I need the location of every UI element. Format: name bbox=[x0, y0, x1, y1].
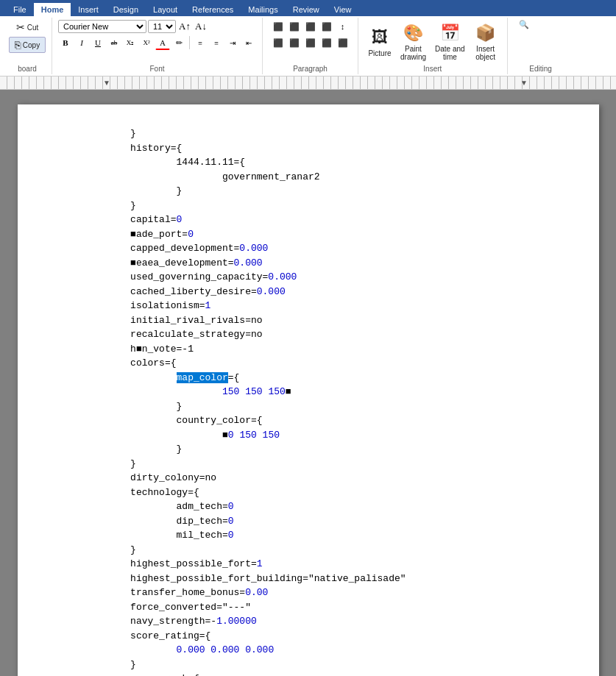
insert-label: Insert bbox=[423, 63, 442, 73]
italic-button[interactable]: I bbox=[74, 35, 89, 50]
paragraph-group: ⬛ ⬛ ⬛ ⬛ ↕ ⬛ ⬛ ⬛ ⬛ ⬛ Paragraph bbox=[263, 18, 358, 74]
code-line: highest_possible_fort=1 bbox=[62, 557, 555, 572]
code-line: 0.000 0.000 0.000 bbox=[62, 643, 555, 658]
code-line: colors={ bbox=[62, 356, 555, 371]
align-center-button[interactable]: ⬛ bbox=[287, 19, 302, 34]
code-line: used_governing_capacity=0.000 bbox=[62, 270, 555, 285]
grow-font-button[interactable]: A↑ bbox=[177, 19, 192, 34]
tab-mailings[interactable]: Mailings bbox=[241, 3, 285, 16]
code-line: score_rank={ bbox=[62, 672, 555, 676]
code-line: capital=0 bbox=[62, 213, 555, 227]
code-line: } bbox=[62, 457, 555, 472]
code-line: navy_strength=-1.00000 bbox=[62, 614, 555, 629]
ribbon-body: ✂ Cut ⎘ Copy board Courier New bbox=[0, 16, 616, 77]
font-group: Courier New 11 A↑ A↓ B I U ab X₂ X² A bbox=[52, 18, 263, 74]
align-right-button[interactable]: ⬛ bbox=[303, 19, 318, 34]
select-all-icon: ⬚ bbox=[519, 46, 527, 56]
code-line: } bbox=[62, 184, 555, 199]
copy-button[interactable]: ⎘ Copy bbox=[9, 37, 46, 53]
code-line: score_rating={ bbox=[62, 629, 555, 644]
ribbon-tab-bar: File Home Insert Design Layout Reference… bbox=[0, 0, 616, 16]
document-area: } history={ 1444.11.11={ government_rana… bbox=[0, 90, 616, 676]
code-line: dirty_colony=no bbox=[62, 471, 555, 485]
document-page[interactable]: } history={ 1444.11.11={ government_rana… bbox=[18, 104, 599, 676]
code-line: } bbox=[62, 127, 555, 141]
shrink-font-button[interactable]: A↓ bbox=[194, 19, 208, 34]
subscript-button[interactable]: X₂ bbox=[123, 35, 138, 50]
tab-view[interactable]: View bbox=[327, 3, 359, 16]
paint-drawing-button[interactable]: 🎨 Paintdrawing bbox=[397, 19, 430, 63]
font-size-select[interactable]: 11 bbox=[148, 20, 176, 33]
code-line: country_color={ bbox=[62, 413, 555, 428]
strikethrough-button[interactable]: ab bbox=[107, 35, 121, 50]
justify2-button[interactable]: ⬛ bbox=[319, 35, 334, 50]
font-row1: Courier New 11 A↑ A↓ bbox=[58, 19, 256, 34]
paint-icon: 🎨 bbox=[402, 21, 425, 45]
align-left2-button[interactable]: ⬛ bbox=[271, 35, 286, 50]
code-line: adm_tech=0 bbox=[62, 499, 555, 514]
para-row2: ⬛ ⬛ ⬛ ⬛ ⬛ bbox=[271, 35, 350, 50]
columns-button[interactable]: ⬛ bbox=[336, 35, 350, 50]
tab-layout[interactable]: Layout bbox=[146, 3, 185, 16]
align-center2-button[interactable]: ⬛ bbox=[287, 35, 302, 50]
highlight-button[interactable]: ✏ bbox=[171, 35, 186, 50]
code-line: isolationism=1 bbox=[62, 299, 555, 313]
code-line: dip_tech=0 bbox=[62, 514, 555, 529]
text-color-button[interactable]: A bbox=[155, 35, 170, 50]
code-line: technology={ bbox=[62, 485, 555, 500]
ribbon: File Home Insert Design Layout Reference… bbox=[0, 0, 616, 77]
editing-group: 🔍 Find ↔ Replace ⬚ Select all Editing bbox=[508, 18, 574, 74]
ruler: ▼ ▼ bbox=[0, 77, 616, 90]
code-line: ■eaea_development=0.000 bbox=[62, 256, 555, 271]
indent-button[interactable]: ⇥ bbox=[225, 35, 240, 50]
superscript-button[interactable]: X² bbox=[139, 35, 154, 50]
picture-button[interactable]: 🖼 Picture bbox=[364, 19, 395, 63]
paragraph-controls: ⬛ ⬛ ⬛ ⬛ ↕ ⬛ ⬛ ⬛ ⬛ ⬛ bbox=[271, 19, 350, 50]
bold-button[interactable]: B bbox=[58, 35, 73, 50]
justify-button[interactable]: ⬛ bbox=[319, 19, 334, 34]
select-all-button[interactable]: ⬚ Select all bbox=[516, 45, 566, 57]
tab-review[interactable]: Review bbox=[286, 3, 327, 16]
tab-file[interactable]: File bbox=[6, 3, 34, 16]
tab-references[interactable]: References bbox=[185, 3, 241, 16]
scissors-icon: ✂ bbox=[16, 21, 25, 33]
code-line: ■ade_port=0 bbox=[62, 227, 555, 242]
code-line: history={ bbox=[62, 141, 555, 156]
tab-home[interactable]: Home bbox=[34, 3, 71, 16]
copy-icon: ⎘ bbox=[15, 39, 21, 51]
code-line: 150 150 150■ bbox=[62, 385, 555, 399]
code-line: transfer_home_bonus=0.00 bbox=[62, 586, 555, 600]
tab-insert[interactable]: Insert bbox=[71, 3, 106, 16]
find-button[interactable]: 🔍 Find bbox=[516, 19, 550, 30]
code-line: highest_possible_fort_building="native_p… bbox=[62, 572, 555, 586]
font-controls: Courier New 11 A↑ A↓ B I U ab X₂ X² A bbox=[58, 19, 256, 50]
insert-obj-icon: 📦 bbox=[474, 21, 498, 45]
replace-button[interactable]: ↔ Replace bbox=[516, 32, 563, 43]
para-row1: ⬛ ⬛ ⬛ ⬛ ↕ bbox=[271, 19, 350, 34]
insert-object-button[interactable]: 📦 Insertobject bbox=[470, 19, 501, 63]
code-line: initial_rival_rivals=no bbox=[62, 313, 555, 328]
code-line: government_ranar2 bbox=[62, 170, 555, 185]
bullets-button[interactable]: ≡ bbox=[193, 35, 208, 50]
replace-icon: ↔ bbox=[519, 32, 528, 43]
outdent-button[interactable]: ⇤ bbox=[241, 35, 256, 50]
align-right2-button[interactable]: ⬛ bbox=[303, 35, 318, 50]
date-time-button[interactable]: 📅 Date andtime bbox=[431, 19, 469, 63]
code-line: h■n_vote=-1 bbox=[62, 342, 555, 357]
align-left-button[interactable]: ⬛ bbox=[271, 19, 286, 34]
code-line: } bbox=[62, 442, 555, 457]
cut-button[interactable]: ✂ Cut bbox=[9, 19, 46, 35]
font-name-select[interactable]: Courier New bbox=[58, 20, 146, 33]
highlighted-text: map_color bbox=[177, 372, 228, 383]
paragraph-label: Paragraph bbox=[293, 63, 328, 73]
find-icon: 🔍 bbox=[519, 20, 529, 29]
code-line: } bbox=[62, 658, 555, 672]
numbering-button[interactable]: ≡ bbox=[209, 35, 224, 50]
calendar-icon: 📅 bbox=[438, 21, 461, 45]
underline-button[interactable]: U bbox=[91, 35, 105, 50]
font-row2: B I U ab X₂ X² A ✏ ≡ ≡ ⇥ ⇤ bbox=[58, 35, 256, 50]
code-line: } bbox=[62, 543, 555, 558]
tab-design[interactable]: Design bbox=[106, 3, 146, 16]
line-spacing-button[interactable]: ↕ bbox=[336, 19, 350, 34]
code-line: } bbox=[62, 199, 555, 213]
